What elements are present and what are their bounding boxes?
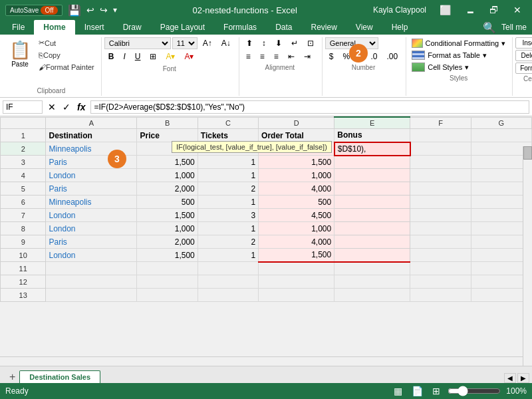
- cell-b10[interactable]: 1,500: [137, 249, 198, 262]
- conditional-formatting-button[interactable]: Conditional Formatting ▾: [409, 37, 508, 49]
- cell-a9[interactable]: Paris: [46, 235, 137, 249]
- align-top-button[interactable]: ⬆: [242, 37, 257, 49]
- cell-b13[interactable]: [137, 289, 198, 302]
- undo-button[interactable]: ↩: [86, 5, 94, 15]
- tab-formulas[interactable]: Formulas: [214, 20, 266, 35]
- font-color-button[interactable]: A▾: [180, 51, 198, 63]
- cell-f9[interactable]: [410, 235, 471, 249]
- decimal-decrease-button[interactable]: .00: [383, 51, 402, 63]
- increase-font-button[interactable]: A↑: [199, 37, 216, 49]
- cell-f1[interactable]: [410, 129, 471, 142]
- cell-e12[interactable]: [334, 275, 410, 289]
- redo-button[interactable]: ↪: [100, 5, 108, 15]
- cell-g1[interactable]: [471, 129, 531, 142]
- col-header-d[interactable]: D: [259, 117, 334, 129]
- cell-e1[interactable]: Bonus: [334, 129, 410, 142]
- decrease-font-button[interactable]: A↓: [217, 37, 235, 49]
- cell-f8[interactable]: [410, 222, 471, 235]
- cell-a13[interactable]: [46, 289, 137, 302]
- cell-b3[interactable]: 1,500: [137, 156, 198, 169]
- page-layout-view-button[interactable]: 📄: [410, 385, 425, 397]
- tab-data[interactable]: Data: [266, 20, 301, 35]
- merge-button[interactable]: ⊡: [303, 37, 318, 49]
- col-header-f[interactable]: F: [410, 117, 471, 129]
- cell-reference-box[interactable]: [3, 100, 43, 114]
- cell-f3[interactable]: [410, 156, 471, 169]
- cell-f11[interactable]: [410, 262, 471, 275]
- cell-b4[interactable]: 1,000: [137, 169, 198, 182]
- add-sheet-button[interactable]: +: [5, 371, 19, 383]
- cell-d13[interactable]: [259, 289, 334, 302]
- insert-cells-button[interactable]: Insert: [515, 37, 532, 49]
- cell-e5[interactable]: [334, 182, 410, 196]
- minimize-button[interactable]: 🗕: [460, 3, 480, 17]
- cell-c12[interactable]: [198, 275, 258, 289]
- italic-button[interactable]: I: [119, 51, 129, 63]
- cell-c13[interactable]: [198, 289, 258, 302]
- cell-e13[interactable]: [334, 289, 410, 302]
- col-header-e[interactable]: E: [334, 117, 410, 129]
- tab-insert[interactable]: Insert: [75, 20, 114, 35]
- cell-a12[interactable]: [46, 275, 137, 289]
- cancel-formula-button[interactable]: ✕: [45, 101, 59, 113]
- horizontal-scrollbar[interactable]: [0, 356, 523, 366]
- format-as-table-button[interactable]: Format as Table ▾: [409, 49, 508, 61]
- cell-b1[interactable]: Price: [137, 129, 198, 142]
- cell-b9[interactable]: 2,000: [137, 235, 198, 249]
- align-bottom-button[interactable]: ⬇: [271, 37, 286, 49]
- cut-button[interactable]: ✂ Cut: [36, 37, 97, 49]
- insert-function-button[interactable]: fx: [74, 101, 88, 113]
- cell-styles-button[interactable]: Cell Styles ▾: [409, 61, 508, 73]
- col-header-c[interactable]: C: [198, 117, 258, 129]
- cell-f7[interactable]: [410, 209, 471, 222]
- maximize-button[interactable]: 🗗: [484, 3, 504, 17]
- fill-color-button[interactable]: A▾: [162, 51, 179, 63]
- format-painter-button[interactable]: 🖌 Format Painter: [36, 62, 97, 72]
- cell-b6[interactable]: 500: [137, 196, 198, 209]
- cell-e11[interactable]: [334, 262, 410, 275]
- indent-decrease-button[interactable]: ⇤: [284, 51, 299, 63]
- cell-d11[interactable]: [259, 262, 334, 275]
- col-header-b[interactable]: B: [137, 117, 198, 129]
- cell-d7[interactable]: 4,500: [259, 209, 334, 222]
- col-header-a[interactable]: A: [46, 117, 137, 129]
- cell-e6[interactable]: [334, 196, 410, 209]
- cell-a10[interactable]: London: [46, 249, 137, 262]
- tab-home[interactable]: Home: [34, 20, 74, 35]
- tab-view[interactable]: View: [346, 20, 382, 35]
- border-button[interactable]: ⊞: [146, 51, 160, 63]
- vertical-scrollbar[interactable]: [523, 146, 532, 366]
- cell-b8[interactable]: 1,000: [137, 222, 198, 235]
- sheet-scroll-left[interactable]: ◀: [504, 373, 516, 383]
- cell-e9[interactable]: [334, 235, 410, 249]
- cell-e8[interactable]: [334, 222, 410, 235]
- scrollbar-thumb[interactable]: [523, 146, 532, 160]
- cell-c7[interactable]: 3: [198, 209, 258, 222]
- bold-button[interactable]: B: [104, 51, 118, 63]
- cell-a4[interactable]: London: [46, 169, 137, 182]
- delete-cells-button[interactable]: Delete: [515, 50, 532, 61]
- cell-f10[interactable]: [410, 249, 471, 262]
- page-break-view-button[interactable]: ⊞: [430, 385, 442, 397]
- cell-a6[interactable]: Minneapolis: [46, 196, 137, 209]
- cell-e7[interactable]: [334, 209, 410, 222]
- normal-view-button[interactable]: ▦: [392, 385, 404, 397]
- cell-d10[interactable]: 1,500: [259, 249, 334, 262]
- paste-button[interactable]: 📋 Paste: [5, 37, 35, 70]
- cell-c11[interactable]: [198, 262, 258, 275]
- sheet-tab-destination-sales[interactable]: Destination Sales: [19, 370, 100, 383]
- cell-a5[interactable]: Paris: [46, 182, 137, 196]
- tab-file[interactable]: File: [3, 20, 34, 35]
- cell-d1[interactable]: Order Total: [259, 129, 334, 142]
- cell-d6[interactable]: 500: [259, 196, 334, 209]
- sheet-scroll-right[interactable]: ▶: [517, 373, 529, 383]
- save-button[interactable]: 💾: [68, 4, 81, 17]
- cell-c1[interactable]: Tickets: [198, 129, 258, 142]
- cell-d8[interactable]: 1,000: [259, 222, 334, 235]
- cell-c10[interactable]: 1: [198, 249, 258, 262]
- align-left-button[interactable]: ≡: [242, 51, 255, 63]
- tab-page-layout[interactable]: Page Layout: [151, 20, 214, 35]
- accounting-button[interactable]: $: [325, 51, 338, 63]
- cell-b12[interactable]: [137, 275, 198, 289]
- underline-button[interactable]: U: [131, 51, 145, 63]
